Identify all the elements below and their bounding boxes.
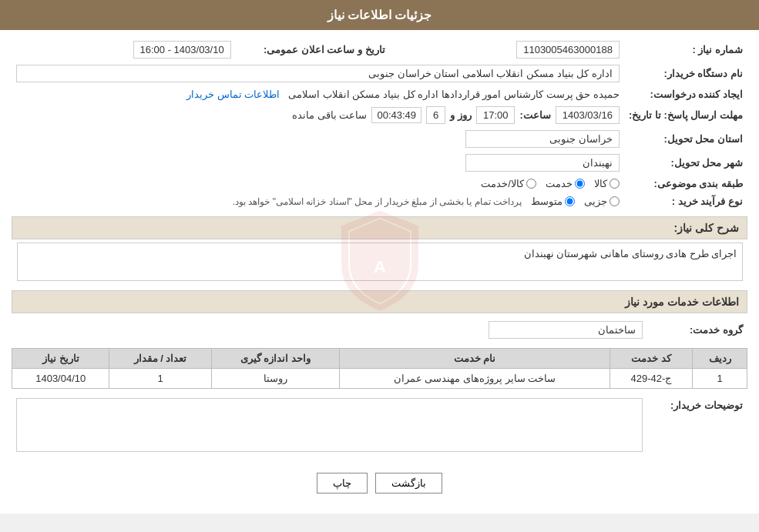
grooh-value: ساختمان: [489, 321, 643, 339]
shomara-value: 1103005463000188: [516, 41, 620, 59]
nooe-description: پرداخت تمام یا بخشی از مبلغ خریدار از مح…: [233, 196, 522, 207]
mohlat-rooz-label: روز و: [450, 109, 472, 121]
radio-jozi-label: جزیی: [584, 196, 607, 207]
mohlat-saat: 17:00: [476, 106, 516, 124]
radio-jozi[interactable]: جزیی: [584, 196, 620, 207]
shahr-label: شهر محل تحویل:: [624, 151, 747, 175]
sharh-table: شرح کلی نیاز: A: [12, 216, 747, 284]
ijad-value: حمیده حق پرست کارشناس امور قراردادها ادا…: [288, 89, 620, 100]
shahr-value: نهبندان: [465, 154, 620, 172]
radio-kala-khedmat[interactable]: کالا/خدمت: [481, 178, 536, 189]
mohlat-value-cell: 1403/03/16 ساعت: 17:00 روز و 6 00:43:49 …: [12, 103, 624, 127]
back-button[interactable]: بازگشت: [375, 473, 442, 494]
table-row: 1ج-42-429ساخت سایر پروژه‌های مهندسی عمرا…: [12, 369, 747, 389]
sharh-label: شرح کلی نیاز:: [674, 222, 739, 234]
main-info-table: شماره نیاز : 1103005463000188 تاریخ و سا…: [12, 38, 747, 210]
nooe-radio-group: جزیی متوسط پرداخت تمام یا بخشی از مبلغ خ…: [16, 196, 620, 207]
cell-radif: 1: [693, 369, 747, 389]
row-mohlat: مهلت ارسال پاسخ: تا تاریخ: 1403/03/16 سا…: [12, 103, 747, 127]
cell-name: ساخت سایر پروژه‌های مهندسی عمران: [340, 369, 610, 389]
nooe-label: نوع فرآیند خرید :: [624, 192, 747, 210]
cell-vahed: روستا: [211, 369, 340, 389]
tozihat-label: توضیحات خریدار:: [647, 395, 747, 457]
ostan-value-cell: خراسان جنوبی: [12, 127, 624, 151]
header-title: جزئیات اطلاعات نیاز: [327, 8, 432, 22]
radio-mottavasset[interactable]: متوسط: [531, 196, 575, 207]
radio-kala-khedmat-input[interactable]: [526, 179, 536, 189]
dastgah-value-cell: اداره کل بنیاد مسکن انقلاب اسلامی استان …: [12, 62, 624, 85]
th-kod: کد خدمت: [610, 349, 693, 369]
th-radif: ردیف: [693, 349, 747, 369]
tarikh-label: تاریخ و ساعت اعلان عمومی:: [236, 38, 390, 62]
ijad-value-cell: حمیده حق پرست کارشناس امور قراردادها ادا…: [12, 85, 624, 103]
tozihat-table: توضیحات خریدار:: [12, 395, 747, 457]
dastgah-label: نام دستگاه خریدار:: [624, 62, 747, 85]
ostan-label: استان محل تحویل:: [624, 127, 747, 151]
shield-watermark: A: [334, 207, 426, 317]
tarikh-value-cell: 1403/03/10 - 16:00: [12, 38, 236, 62]
content-area: شماره نیاز : 1103005463000188 تاریخ و سا…: [0, 30, 759, 514]
grooh-value-cell: ساختمان: [12, 318, 647, 342]
countdown-label: ساعت باقی مانده: [292, 109, 367, 121]
mohlat-rooz: 6: [426, 106, 445, 124]
radio-kala-khedmat-label: کالا/خدمت: [481, 178, 524, 189]
radio-mottavasset-label: متوسط: [531, 196, 563, 207]
radio-kala[interactable]: کالا: [594, 178, 620, 189]
page-header: جزئیات اطلاعات نیاز: [0, 0, 759, 30]
row-shomara: شماره نیاز : 1103005463000188 تاریخ و سا…: [12, 38, 747, 62]
grooh-label: گروه خدمت:: [647, 318, 747, 342]
radio-khedmat-label: خدمت: [546, 178, 573, 189]
table-header-row: ردیف کد خدمت نام خدمت واحد اندازه گیری ت…: [12, 349, 747, 369]
mohlat-row: 1403/03/16 ساعت: 17:00 روز و 6 00:43:49 …: [16, 106, 620, 124]
mohlat-saat-label: ساعت:: [519, 109, 550, 121]
sharh-container: A اجرای طرح هادی روستای ماهانی شهرستان ن…: [17, 243, 743, 281]
row-ostan: استان محل تحویل: خراسان جنوبی: [12, 127, 747, 151]
tarikh-value: 1403/03/10 - 16:00: [133, 41, 231, 59]
radio-mottavasset-input[interactable]: [565, 196, 575, 206]
nooe-value-cell: جزیی متوسط پرداخت تمام یا بخشی از مبلغ خ…: [12, 192, 624, 210]
radio-jozi-input[interactable]: [610, 196, 620, 206]
tabaghe-radio-group: کالا خدمت کالا/خدمت: [16, 178, 620, 189]
radio-khedmat-input[interactable]: [575, 179, 585, 189]
cell-tarikh: 1403/04/10: [12, 369, 109, 389]
tabaghe-value-cell: کالا خدمت کالا/خدمت: [12, 175, 624, 192]
th-tedad: تعداد / مقدار: [109, 349, 211, 369]
print-button[interactable]: چاپ: [317, 473, 368, 494]
ijad-label: ایجاد کننده درخواست:: [624, 85, 747, 103]
sharh-value-cell: A اجرای طرح هادی روستای ماهانی شهرستان ن…: [12, 239, 747, 285]
mohlat-date: 1403/03/16: [556, 106, 620, 124]
row-dastgah: نام دستگاه خریدار: اداره کل بنیاد مسکن ا…: [12, 62, 747, 85]
th-vahed: واحد اندازه گیری: [211, 349, 340, 369]
th-tarikh: تاریخ نیاز: [12, 349, 109, 369]
dastgah-value: اداره کل بنیاد مسکن انقلاب اسلامی استان …: [16, 65, 620, 82]
row-tozihat: توضیحات خریدار:: [12, 395, 747, 457]
tozihat-value-cell: [12, 395, 647, 457]
tabaghe-label: طبقه بندی موضوعی:: [624, 175, 747, 192]
cell-tedad: 1: [109, 369, 211, 389]
sharh-value: اجرای طرح هادی روستای ماهانی شهرستان نهب…: [524, 248, 737, 259]
row-ijad: ایجاد کننده درخواست: حمیده حق پرست کارشن…: [12, 85, 747, 103]
etelaaat-link[interactable]: اطلاعات تماس خریدار: [186, 89, 280, 100]
khadamat-header-text: اطلاعات خدمات مورد نیاز: [625, 296, 739, 308]
grooh-table: گروه خدمت: ساختمان: [12, 318, 747, 342]
services-table: ردیف کد خدمت نام خدمت واحد اندازه گیری ت…: [12, 348, 747, 389]
ostan-value: خراسان جنوبی: [465, 130, 620, 148]
svg-text:A: A: [374, 257, 386, 276]
th-name: نام خدمت: [340, 349, 610, 369]
shomara-value-cell: 1103005463000188: [390, 38, 624, 62]
page-wrapper: جزئیات اطلاعات نیاز شماره نیاز : 1103005…: [0, 0, 759, 514]
radio-kala-input[interactable]: [610, 179, 620, 189]
shomara-label: شماره نیاز :: [624, 38, 747, 62]
row-sharh-value: A اجرای طرح هادی روستای ماهانی شهرستان ن…: [12, 239, 747, 285]
row-tabaghe: طبقه بندی موضوعی: کالا خدمت: [12, 175, 747, 192]
countdown-value: 00:43:49: [371, 107, 421, 123]
cell-kod: ج-42-429: [610, 369, 693, 389]
button-area: بازگشت چاپ: [12, 463, 747, 506]
shahr-value-cell: نهبندان: [12, 151, 624, 175]
radio-khedmat[interactable]: خدمت: [546, 178, 585, 189]
row-grooh: گروه خدمت: ساختمان: [12, 318, 747, 342]
tozihat-textarea[interactable]: [16, 398, 643, 452]
mohlat-label: مهلت ارسال پاسخ: تا تاریخ:: [624, 103, 747, 127]
row-shahr: شهر محل تحویل: نهبندان: [12, 151, 747, 175]
radio-kala-label: کالا: [594, 178, 607, 189]
